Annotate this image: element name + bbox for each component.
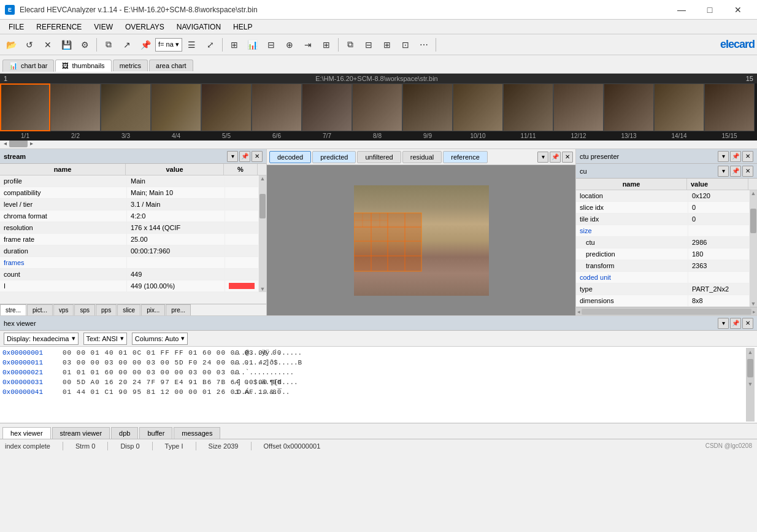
minimize-button[interactable]: — [667,0,696,20]
cu-hscroll[interactable]: ◂ ▸ [576,307,757,315]
frame-button[interactable]: ⊞ [226,37,243,53]
hex-scroll-up[interactable]: ▲ [746,348,755,357]
open-button[interactable]: 📂 [2,37,20,53]
subtab-pps[interactable]: pps [96,304,117,315]
thumb-item-6[interactable] [252,83,302,131]
scroll-down-arrow[interactable]: ▼ [260,286,266,292]
thumb-item-3[interactable] [101,83,151,131]
tab-area-chart[interactable]: area chart [149,60,193,71]
thumb-item-9[interactable] [402,83,453,131]
save-button[interactable]: 💾 [58,37,75,53]
thumb-item-5[interactable] [201,83,252,131]
decoded-tab-reference[interactable]: reference [443,151,487,163]
subtab-pre[interactable]: pre... [166,304,191,315]
maximize-button[interactable]: □ [696,0,724,20]
menu-navigation[interactable]: NAVIGATION [171,21,227,33]
refresh-button[interactable]: ↺ [21,37,38,53]
subtab-slice[interactable]: slice [117,304,140,315]
decoded-close-btn[interactable]: ✕ [562,152,573,163]
layer-button[interactable]: ⊕ [281,37,298,53]
decoded-tab-predicted[interactable]: predicted [312,151,356,163]
more-button[interactable]: ⋯ [415,37,432,53]
thumb-item-7[interactable] [302,83,352,131]
grid-button[interactable]: ⊟ [263,37,280,53]
thumb-item-12[interactable] [553,83,604,131]
cu-hscroll-left[interactable]: ◂ [577,309,580,315]
menu-reference[interactable]: REFERENCE [30,21,88,33]
bottom-tab-hex[interactable]: hex viewer [2,427,51,439]
cu-scroll-thumb[interactable] [750,209,756,233]
scroll-left-arrow[interactable]: ◂ [4,140,7,147]
decoded-pin-btn[interactable]: 📌 [550,152,561,163]
cu-scrollbar[interactable]: ▲ ▼ [750,190,757,307]
bottom-tab-messages[interactable]: messages [174,427,220,439]
scroll-thumb[interactable] [9,140,28,147]
menu-view[interactable]: VIEW [88,21,119,33]
bottom-tab-buffer[interactable]: buffer [139,427,172,439]
nav-button[interactable]: ↗ [118,37,136,53]
expand-button[interactable]: ⤢ [202,37,219,53]
settings-button[interactable]: ⚙ [76,37,93,53]
decoded-tab-unfiltered[interactable]: unfiltered [357,151,401,163]
stream-close-btn[interactable]: ✕ [252,151,263,162]
cu-hscroll-right[interactable]: ▸ [753,309,756,315]
thumb-item-2[interactable] [50,83,101,131]
bottom-tab-stream[interactable]: stream viewer [52,427,110,439]
tab-chart-bar[interactable]: 📊 chart bar [2,60,54,72]
stop-button[interactable]: ✕ [39,37,56,53]
zoom-button[interactable]: ⊟ [360,37,377,53]
measure-button[interactable]: ⊞ [318,37,335,53]
tab-metrics[interactable]: metrics [113,60,148,71]
cu-close-btn[interactable]: ✕ [742,166,753,177]
menu-overlays[interactable]: OVERLAYS [119,21,171,33]
scroll-right-arrow[interactable]: ▸ [30,140,33,147]
stream-pin-btn[interactable]: 📌 [239,151,250,162]
align-button[interactable]: ☰ [183,37,201,53]
cu-dropdown-btn[interactable]: ▾ [718,166,729,177]
menu-help[interactable]: HELP [227,21,258,33]
cu-scroll-up[interactable]: ▲ [751,190,756,196]
ctu-dropdown-btn[interactable]: ▾ [718,151,729,162]
ctu-pin-btn[interactable]: 📌 [730,151,741,162]
ctu-close-btn[interactable]: ✕ [742,151,753,162]
diff-button[interactable]: ⊡ [397,37,414,53]
view-button[interactable]: ⧉ [342,37,359,53]
decoded-dropdown-btn[interactable]: ▾ [537,152,548,163]
subtab-stre[interactable]: stre... [0,304,26,315]
scroll-thumb-v[interactable] [259,194,266,218]
subtab-pix[interactable]: pix... [141,304,165,315]
stream-dropdown-btn[interactable]: ▾ [227,151,238,162]
hex-scroll-thumb[interactable] [747,359,753,377]
thumb-item-11[interactable] [503,83,553,131]
subtab-pict[interactable]: pict... [27,304,53,315]
compare-button[interactable]: ⊞ [378,37,396,53]
subtab-vps[interactable]: vps [53,304,74,315]
cu-hscroll-thumb[interactable] [582,309,751,315]
pin-button[interactable]: 📌 [137,37,154,53]
thumb-item-4[interactable] [151,83,201,131]
formula-dropdown[interactable]: f= na ▾ [155,38,182,52]
copy-button[interactable]: ⧉ [100,37,117,53]
tab-thumbnails[interactable]: 🖼 thumbnails [55,60,111,72]
close-button[interactable]: ✕ [724,0,752,20]
decoded-tab-decoded[interactable]: decoded [269,151,311,163]
scroll-up-arrow[interactable]: ▲ [260,175,266,182]
cu-scroll-down[interactable]: ▼ [751,301,756,307]
columns-dropdown[interactable]: Columns: Auto ▾ [132,333,188,345]
subtab-sps[interactable]: sps [74,304,95,315]
thumb-item-1[interactable] [0,83,50,131]
display-dropdown[interactable]: Display: hexadecima ▾ [4,333,79,345]
bottom-tab-dpb[interactable]: dpb [111,427,138,439]
stream-scrollbar[interactable]: ▲ ▼ [259,175,266,292]
hex-scroll-down[interactable]: ▼ [746,380,755,388]
thumb-item-15[interactable] [704,83,755,131]
chart-button[interactable]: 📊 [244,37,261,53]
thumb-item-13[interactable] [604,83,654,131]
thumb-item-14[interactable] [654,83,704,131]
thumb-item-8[interactable] [352,83,402,131]
thumb-item-10[interactable] [453,83,503,131]
hex-dropdown-btn[interactable]: ▾ [718,318,729,329]
hex-close-btn[interactable]: ✕ [742,318,753,329]
menu-file[interactable]: FILE [2,21,30,33]
nav2-button[interactable]: ⇥ [299,37,317,53]
